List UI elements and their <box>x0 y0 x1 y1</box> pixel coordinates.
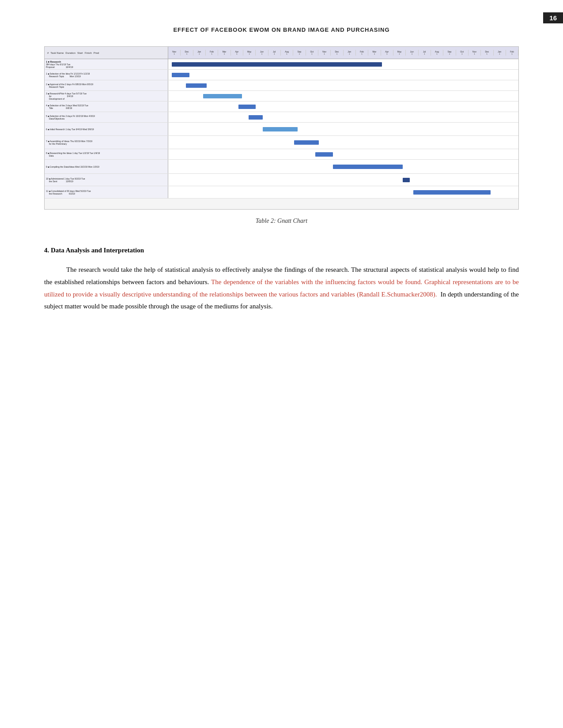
gantt-task-label: 1 ■ Selection of the Idea Fri 1/1/19 Fri… <box>45 70 168 80</box>
gantt-bar-area <box>168 91 518 101</box>
month-col: Apr1 <box>231 50 243 56</box>
gantt-row-9: 8 ■ Researching the Ideas 1 day Tue 1/2/… <box>45 149 518 160</box>
month-col: Jun1 <box>256 50 268 56</box>
gantt-bar-area <box>168 59 518 69</box>
month-col: May1 <box>393 50 406 56</box>
gantt-row-11: 10 ■ Administered 1 day Tue 9/2/19 Tue t… <box>45 174 518 186</box>
month-col: Jan1 <box>494 50 506 56</box>
gantt-task-label: 7 ■ Assembling of Ideas Thu 6/2/19 Mon 7… <box>45 136 168 149</box>
gantt-task-label: 2 ■ Approval of the 2 days Fri 8/8/19 Mo… <box>45 80 168 90</box>
gantt-bar-area <box>168 70 518 80</box>
month-col: Jul1 <box>268 50 281 56</box>
month-col: Feb1 <box>356 50 368 56</box>
gantt-left-header: # Task Name Duration Start Finish Pred <box>45 47 168 59</box>
month-col: Sep1 <box>293 50 306 56</box>
page: 16 EFFECT OF FACEBOOK EWOM ON BRAND IMAG… <box>0 0 563 728</box>
month-col: Jan1 <box>193 50 206 56</box>
gantt-task-label: 5 ■ Selection of the 2 days Fri 10/2/19 … <box>45 112 168 122</box>
gantt-bar-area <box>168 174 518 186</box>
month-col: Aug1 <box>281 50 293 56</box>
gantt-bar-area <box>168 160 518 173</box>
gantt-task-label: 8 ■ Researching the Ideas 1 day Tue 1/2/… <box>45 149 168 159</box>
page-header: EFFECT OF FACEBOOK EWOM ON BRAND IMAGE A… <box>44 26 519 33</box>
gantt-row-1: 1 ■ Research 384 days Thu 6/1/19 Tue Pro… <box>45 59 518 70</box>
gantt-row-5: 4 ■ Selection of the 2 days Wed 5/2/19 T… <box>45 101 518 112</box>
gantt-chart: # Task Name Duration Start Finish Pred N… <box>44 46 519 210</box>
gantt-task-label: 4 ■ Selection of the 2 days Wed 5/2/19 T… <box>45 101 168 112</box>
gantt-bar-area <box>168 123 518 135</box>
month-col: Dec1 <box>331 50 343 56</box>
gantt-row-8: 7 ■ Assembling of Ideas Thu 6/2/19 Mon 7… <box>45 136 518 149</box>
gantt-bar-area <box>168 80 518 90</box>
table-caption: Table 2: Gnatt Chart <box>44 218 519 225</box>
month-col: Feb1 <box>506 50 518 56</box>
gantt-header-row: # Task Name Duration Start Finish Pred N… <box>45 47 518 59</box>
gantt-bar-area <box>168 112 518 122</box>
gantt-task-label: 11 ■ Consolidated of 30 days Wed 5/2/19 … <box>45 186 168 198</box>
gantt-row-2: 1 ■ Selection of the Idea Fri 1/1/19 Fri… <box>45 70 518 80</box>
month-col: Oct1 <box>456 50 469 56</box>
month-col: Nov1 <box>469 50 481 56</box>
month-col: Dec1 <box>481 50 493 56</box>
section-heading: 4. Data Analysis and Interpretation <box>44 247 519 254</box>
month-col: Dec1 <box>181 50 193 56</box>
month-col: Aug1 <box>431 50 443 56</box>
gantt-row-6: 5 ■ Selection of the 2 days Fri 10/2/19 … <box>45 112 518 123</box>
gantt-row-3: 2 ■ Approval of the 2 days Fri 8/8/19 Mo… <box>45 80 518 91</box>
paragraph-1: The research would take the help of stat… <box>44 264 519 313</box>
gantt-task-label: 6 ■ Initial Research 1 day Tue 9/4/19 We… <box>45 123 168 135</box>
gantt-row-7: 6 ■ Initial Research 1 day Tue 9/4/19 We… <box>45 123 518 136</box>
gantt-task-label: 9 ■ Compiling the Data/Ideas Wed 10/2/19… <box>45 160 168 173</box>
month-col: Jun1 <box>406 50 418 56</box>
month-col: Sep1 <box>443 50 456 56</box>
month-col: Apr1 <box>381 50 393 56</box>
month-col: Mar1 <box>368 50 381 56</box>
gantt-bar-area <box>168 149 518 159</box>
gantt-task-label: 3 ■ Research/Pilot 4 days Tue 5/7/19 Tue… <box>45 91 168 101</box>
gantt-bar-area <box>168 186 518 198</box>
month-col: Feb1 <box>206 50 218 56</box>
month-col: Nov1 <box>168 50 181 56</box>
page-number-badge: 16 <box>543 12 563 23</box>
gantt-bar-area <box>168 101 518 112</box>
gantt-row-10: 9 ■ Compiling the Data/Ideas Wed 10/2/19… <box>45 160 518 174</box>
month-col: May1 <box>243 50 256 56</box>
month-col: Mar1 <box>218 50 230 56</box>
month-col: Jan1 <box>344 50 356 56</box>
month-col: Nov1 <box>318 50 331 56</box>
month-col: Oct1 <box>306 50 318 56</box>
gantt-row-4: 3 ■ Research/Pilot 4 days Tue 5/7/19 Tue… <box>45 91 518 101</box>
gantt-timeline-months: Nov1 Dec1 Jan1 Feb1 Mar1 Apr1 May1 Jun1 … <box>168 50 518 56</box>
month-col: Jul1 <box>419 50 431 56</box>
gantt-bar-area <box>168 136 518 149</box>
gantt-task-label: 1 ■ Research 384 days Thu 6/1/19 Tue Pro… <box>45 59 168 69</box>
gantt-row-12: 11 ■ Consolidated of 30 days Wed 5/2/19 … <box>45 186 518 199</box>
gantt-task-label: 10 ■ Administered 1 day Tue 9/2/19 Tue t… <box>45 174 168 186</box>
